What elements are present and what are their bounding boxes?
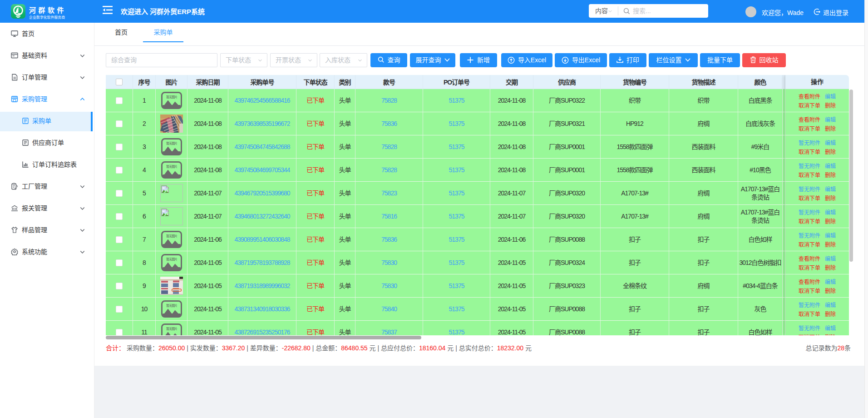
svg-text:暂无图片: 暂无图片 — [166, 164, 178, 169]
svg-text:暂无图片: 暂无图片 — [166, 257, 178, 261]
svg-text:暂无图片: 暂无图片 — [166, 304, 178, 308]
svg-text:暂无图片: 暂无图片 — [166, 234, 178, 238]
svg-text:暂无图片: 暂无图片 — [166, 95, 178, 99]
svg-text:暂无图片: 暂无图片 — [166, 141, 178, 145]
svg-text:暂无图片: 暂无图片 — [166, 327, 178, 331]
